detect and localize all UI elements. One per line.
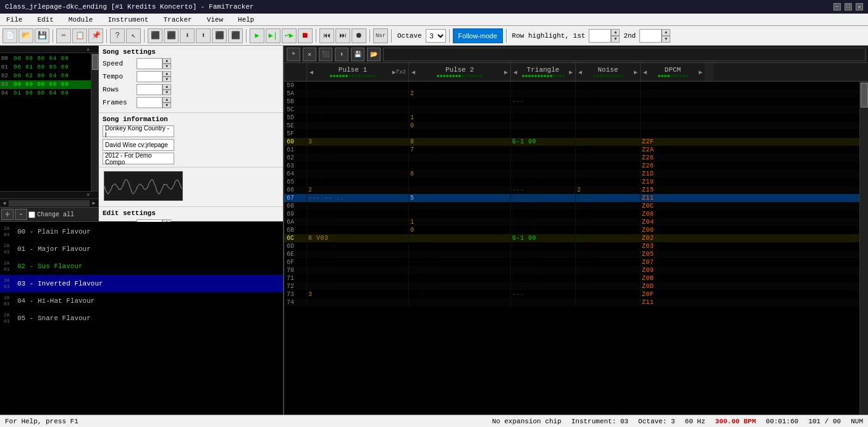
- rec-button[interactable]: ⏺: [352, 28, 366, 43]
- rh1-down[interactable]: ▼: [611, 36, 620, 43]
- cut-button[interactable]: ✂: [56, 28, 71, 43]
- menu-help[interactable]: Help: [234, 15, 258, 25]
- preview-row[interactable]: 0100 01 00 05 00: [0, 63, 98, 72]
- instrument-name-input[interactable]: Inverted Flavour: [383, 48, 866, 61]
- paste-button[interactable]: 📌: [88, 28, 103, 43]
- table-row[interactable]: 6D· ·· ··· ·· ··· ·· ·· ··Z03: [284, 242, 859, 250]
- rows-up[interactable]: ▲: [162, 84, 171, 90]
- table-row[interactable]: 68· ·· ··· ·· ··· ·· ·· ··Z0C: [284, 202, 859, 210]
- preview-row[interactable]: 0000 00 00 04 00: [0, 54, 98, 63]
- noise-right-arrow[interactable]: ▶: [634, 69, 638, 76]
- song-list-item[interactable]: 2A0305 - Snare Flavour: [0, 310, 283, 327]
- ins1-button[interactable]: ⬛: [148, 28, 162, 43]
- preview-row[interactable]: 0200 02 00 04 00: [0, 72, 98, 80]
- table-row[interactable]: 59· ·· ··· ·· ··· ·· ·· ··· ··: [284, 82, 859, 90]
- song-info-field3[interactable]: 2012 - For Demo Compo: [103, 153, 174, 164]
- inst-dup-btn[interactable]: ⬛: [319, 48, 332, 61]
- menu-module[interactable]: Module: [65, 15, 97, 25]
- module-button[interactable]: ⬛: [212, 28, 227, 43]
- up-button[interactable]: ⬆: [196, 28, 211, 43]
- inst-save-btn[interactable]: 💾: [351, 48, 364, 61]
- inst-del-btn[interactable]: ✕: [303, 48, 316, 61]
- save-button[interactable]: 💾: [35, 28, 49, 43]
- table-row[interactable]: 5D· ·· ··1· ·· ·· ··· ··: [284, 114, 859, 122]
- add-frame-button[interactable]: +: [1, 209, 14, 220]
- table-row[interactable]: 69· ·· ··· ·· ··· ·· ·· ··Z08: [284, 210, 859, 218]
- dpcm-right-arrow[interactable]: ▶: [699, 69, 702, 76]
- prev-button[interactable]: ⏮: [319, 28, 334, 43]
- tempo-down[interactable]: ▼: [162, 77, 171, 82]
- close-button[interactable]: ✕: [856, 3, 863, 11]
- table-row[interactable]: 5A· ·· ··2· ·· ·· ··· ··: [284, 90, 859, 98]
- nsr-button[interactable]: Nsr: [373, 28, 388, 43]
- play-pattern-button[interactable]: ▶|: [266, 28, 280, 43]
- table-row[interactable]: 5E· ·· ··0· ·· ·· ··· ··: [284, 122, 859, 130]
- song-list-item[interactable]: 2A0301 - Major Flavour: [0, 240, 283, 258]
- preview-row[interactable]: 0300 00 00 06 00: [0, 80, 98, 89]
- speed-input[interactable]: 1: [137, 58, 162, 69]
- table-row[interactable]: 61· ·· ··7· ·· ·· ··Z2A: [284, 146, 859, 154]
- song-list-item[interactable]: 2A0304 - Hi-Hat Flavour: [0, 292, 283, 310]
- table-row[interactable]: 72· ·· ··· ·· ··· ·· ·· ··Z0D: [284, 282, 859, 290]
- table-row[interactable]: 6038G-1 00· ··Z2F: [284, 138, 859, 146]
- table-row[interactable]: 64· ·· ··6· ·· ·· ··Z1D: [284, 170, 859, 178]
- change-all-label[interactable]: Change all: [28, 211, 74, 218]
- table-row[interactable]: 733· ·· ··---· ··Z0F: [284, 290, 859, 298]
- table-row[interactable]: 5B· ·· ··· ·· ··---· ··· ··: [284, 98, 859, 106]
- speed-up[interactable]: ▲: [162, 58, 171, 64]
- change-all-checkbox[interactable]: [28, 211, 35, 218]
- frames-up[interactable]: ▲: [162, 97, 171, 103]
- song-info-field1[interactable]: Donkey Kong Country - I: [103, 125, 174, 137]
- frames-input[interactable]: 16: [137, 97, 162, 108]
- song-info-field2[interactable]: David Wise cv:jrlepage: [103, 139, 174, 151]
- menu-file[interactable]: File: [2, 15, 26, 25]
- table-row[interactable]: 67--- -- ..5· ·· ·· ··Z11: [284, 194, 859, 202]
- remove-frame-button[interactable]: -: [15, 209, 27, 220]
- rows-down[interactable]: ▼: [162, 90, 171, 95]
- speed-down[interactable]: ▼: [162, 64, 171, 69]
- script-button[interactable]: ⬛: [228, 28, 243, 43]
- menu-tracker[interactable]: Tracker: [159, 15, 195, 25]
- ins2-button[interactable]: ⬛: [164, 28, 179, 43]
- table-row[interactable]: 5F· ·· ··· ·· ··· ·· ·· ··· ··: [284, 130, 859, 138]
- pulse2-right-arrow[interactable]: ▶: [504, 69, 508, 76]
- tempo-input[interactable]: 150: [137, 71, 162, 82]
- table-row[interactable]: 71· ·· ··· ·· ··· ·· ·· ··Z0B: [284, 274, 859, 282]
- table-row[interactable]: 6F· ·· ··· ·· ··· ·· ·· ··Z07: [284, 258, 859, 266]
- table-row[interactable]: 6C6 V03· ·· ··G-1 00· ··Z02: [284, 234, 859, 242]
- rh2-down[interactable]: ▼: [662, 36, 670, 43]
- next-button[interactable]: ⏭: [335, 28, 350, 43]
- menu-instrument[interactable]: Instrument: [104, 15, 152, 25]
- open-button[interactable]: 📂: [19, 28, 33, 43]
- frames-down[interactable]: ▼: [162, 103, 171, 108]
- stop-button[interactable]: ⏹: [298, 28, 313, 43]
- table-row[interactable]: 5C· ·· ··· ·· ··· ·· ·· ··· ··: [284, 106, 859, 114]
- row-highlight-1st-input[interactable]: 12: [589, 29, 611, 43]
- tempo-up[interactable]: ▲: [162, 71, 171, 77]
- octave-select[interactable]: 3 124567: [426, 29, 446, 43]
- song-list-item[interactable]: 2A0102 - Sus Flavour: [0, 258, 283, 275]
- copy-button[interactable]: 📋: [72, 28, 87, 43]
- rh2-up[interactable]: ▲: [662, 29, 670, 36]
- maximize-button[interactable]: □: [845, 3, 852, 11]
- table-row[interactable]: 65· ·· ··· ·· ··· ·· ·· ··Z19: [284, 178, 859, 186]
- table-row[interactable]: 74· ·· ··· ·· ··· ·· ·· ··Z11: [284, 298, 859, 307]
- table-row[interactable]: 6E· ·· ··· ·· ··· ·· ·· ··Z05: [284, 250, 859, 258]
- rh1-up[interactable]: ▲: [611, 29, 620, 36]
- table-row[interactable]: 6B· ·· ··0· ·· ·· ··Z00: [284, 226, 859, 234]
- inst-load-btn[interactable]: 📂: [367, 48, 381, 61]
- menu-edit[interactable]: Edit: [33, 15, 57, 25]
- table-row[interactable]: 63· ·· ··· ·· ··· ·· ·· ··Z26: [284, 162, 859, 170]
- table-row[interactable]: 62· ·· ··· ·· ··· ·· ·· ··Z26: [284, 154, 859, 162]
- inst-arrow-btn[interactable]: ⬇: [335, 48, 348, 61]
- preview-row[interactable]: 0401 00 00 04 00: [0, 89, 98, 98]
- play-button[interactable]: ▶: [250, 28, 264, 43]
- table-row[interactable]: 70· ·· ··· ·· ··· ·· ·· ··Z09: [284, 266, 859, 274]
- song-list-item[interactable]: 2A0303 - Inverted Flavour: [0, 275, 283, 292]
- minimize-button[interactable]: ─: [833, 3, 841, 11]
- table-row[interactable]: 6A· ·· ··1· ·· ·· ··Z04: [284, 218, 859, 226]
- triangle-right-arrow[interactable]: ▶: [569, 69, 573, 76]
- down-button[interactable]: ⬇: [180, 28, 195, 43]
- inst-add-btn[interactable]: +: [287, 48, 300, 61]
- table-row[interactable]: 662· ·· ··---2Z15: [284, 186, 859, 194]
